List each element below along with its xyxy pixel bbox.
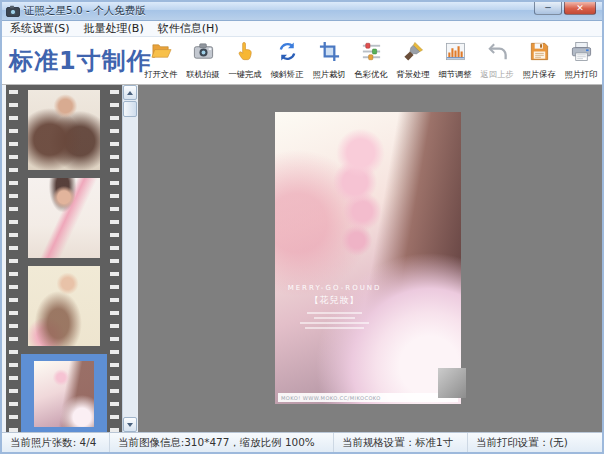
thumbnail-item-1[interactable]: [21, 90, 107, 170]
caption-credits: [275, 312, 394, 329]
tool-label: 细节调整: [438, 69, 471, 81]
photo-print-icon: [570, 40, 593, 67]
background-process-button[interactable]: 背景处理: [392, 40, 434, 81]
film-perforations-right: [107, 85, 122, 432]
menu-system-settings[interactable]: 系统设置(S): [10, 21, 70, 36]
thumbnail-item-3[interactable]: [21, 266, 107, 346]
toolbar: 打开文件 联机拍摄 一键完成 倾斜矫正 照片裁切 色彩优化: [140, 40, 602, 81]
tool-label: 色彩优化: [354, 69, 387, 81]
thumbnail-photo-1: [28, 90, 100, 170]
status-photo-count: 当前照片张数: 4/4: [2, 433, 110, 452]
minimize-button[interactable]: ─: [534, 2, 562, 15]
photo-save-button[interactable]: 照片保存: [518, 40, 560, 81]
menu-software-info[interactable]: 软件信息(H): [158, 21, 219, 36]
thumbnail-photo-2: [28, 178, 100, 258]
camera-capture-button[interactable]: 联机拍摄: [182, 40, 224, 81]
preview-canvas: MERRY-GO-ROUND 【花兒妝】 MOKO! WWW.MOKO.CC/M…: [137, 85, 602, 432]
window-title: 证照之星5.0 - 个人免费版: [24, 4, 146, 18]
scrollbar-track[interactable]: [123, 118, 137, 417]
thumbnail-photo-4: [34, 361, 94, 427]
scrollbar-thumb[interactable]: [123, 101, 137, 117]
tool-label: 打开文件: [144, 69, 177, 81]
photo-crop-icon: [318, 40, 341, 67]
camera-capture-icon: [192, 40, 215, 67]
film-strip: [6, 85, 122, 432]
caption-credit-line: [307, 312, 362, 314]
thumbnail-item-2[interactable]: [21, 178, 107, 258]
film-perforations-left: [6, 85, 21, 432]
mode-title: 标准1寸制作: [2, 45, 140, 77]
tilt-correct-icon: [276, 40, 299, 67]
app-camera-icon: [6, 5, 20, 17]
tilt-correct-button[interactable]: 倾斜矫正: [266, 40, 308, 81]
open-file-button[interactable]: 打开文件: [140, 40, 182, 81]
title-bar: 证照之星5.0 - 个人免费版 ─ ✕: [2, 2, 602, 21]
caption-credit-line: [300, 322, 369, 324]
chevron-up-icon: [127, 91, 133, 95]
status-image-info: 当前图像信息:310*477，缩放比例 100%: [110, 433, 334, 452]
preview-photo: MERRY-GO-ROUND 【花兒妝】 MOKO! WWW.MOKO.CC/M…: [275, 112, 461, 404]
one-click-finish-icon: [234, 40, 257, 67]
content-area: MERRY-GO-ROUND 【花兒妝】 MOKO! WWW.MOKO.CC/M…: [2, 85, 602, 432]
status-print-setting: 当前打印设置：(无): [468, 433, 602, 452]
detail-adjust-icon: [444, 40, 467, 67]
background-process-icon: [402, 40, 425, 67]
photo-caption: MERRY-GO-ROUND 【花兒妝】: [275, 284, 394, 329]
tool-label: 背景处理: [396, 69, 429, 81]
menu-bar: 系统设置(S) 批量处理(B) 软件信息(H): [2, 21, 602, 37]
photo-print-button[interactable]: 照片打印: [560, 40, 602, 81]
caption-credit-line: [305, 327, 365, 329]
color-optimize-icon: [360, 40, 383, 67]
scroll-down-button[interactable]: [123, 417, 137, 432]
menu-batch-process[interactable]: 批量处理(B): [84, 21, 144, 36]
thumbnail-list: [21, 85, 107, 432]
status-spec-setting: 当前规格设置：标准1寸: [334, 433, 468, 452]
undo-step-button: 返回上步: [476, 40, 518, 81]
undo-step-icon: [486, 40, 509, 67]
photo-save-icon: [528, 40, 551, 67]
caption-title: MERRY-GO-ROUND: [275, 284, 394, 292]
scroll-up-button[interactable]: [123, 85, 137, 100]
close-button[interactable]: ✕: [564, 2, 596, 15]
tool-label: 照片裁切: [312, 69, 345, 81]
color-optimize-button[interactable]: 色彩优化: [350, 40, 392, 81]
one-click-finish-button[interactable]: 一键完成: [224, 40, 266, 81]
photo-crop-button[interactable]: 照片裁切: [308, 40, 350, 81]
tool-label: 照片保存: [522, 69, 555, 81]
open-file-icon: [150, 40, 173, 67]
thumbnail-photo-3: [28, 266, 100, 346]
app-window: 证照之星5.0 - 个人免费版 ─ ✕ 系统设置(S) 批量处理(B) 软件信息…: [0, 0, 604, 454]
thumbnail-item-4-selected[interactable]: [21, 354, 107, 432]
corner-drag-handle[interactable]: [438, 368, 466, 398]
thumbnail-scrollbar[interactable]: [122, 85, 137, 432]
header-bar: 标准1寸制作 打开文件 联机拍摄 一键完成 倾斜矫正 照片裁切: [2, 37, 602, 85]
tool-label: 一键完成: [228, 69, 261, 81]
chevron-down-icon: [127, 423, 133, 427]
caption-credit-line: [314, 317, 354, 319]
detail-adjust-button[interactable]: 细节调整: [434, 40, 476, 81]
tool-label: 倾斜矫正: [270, 69, 303, 81]
photo-watermark: MOKO! WWW.MOKO.CC/MIKOCOKO: [278, 393, 458, 402]
tool-label: 照片打印: [564, 69, 597, 81]
status-bar: 当前照片张数: 4/4 当前图像信息:310*477，缩放比例 100% 当前规…: [2, 432, 602, 452]
tool-label: 联机拍摄: [186, 69, 219, 81]
tool-label: 返回上步: [480, 69, 513, 81]
caption-subtitle: 【花兒妝】: [275, 294, 394, 307]
thumbnail-sidebar: [2, 85, 137, 432]
